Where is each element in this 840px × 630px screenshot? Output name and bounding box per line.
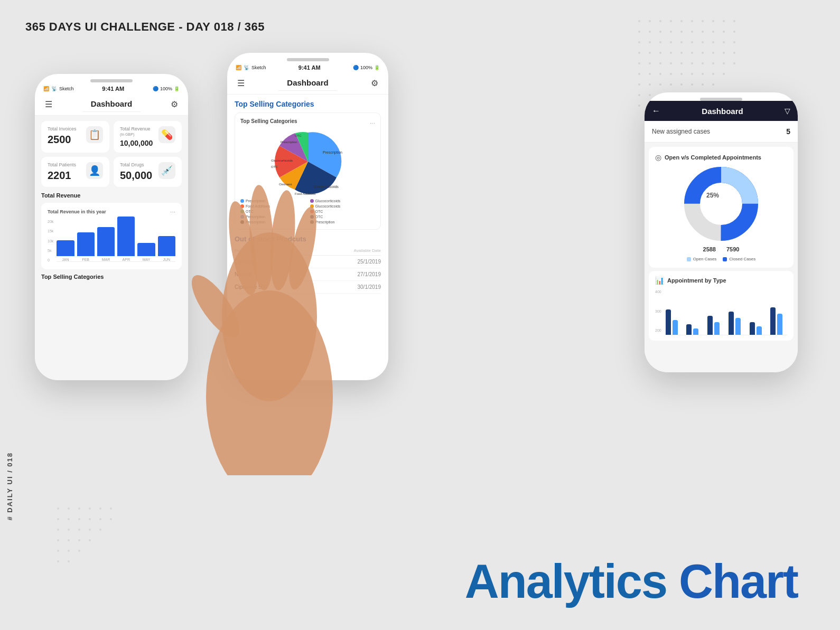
back-arrow-icon[interactable]: ← <box>652 106 660 116</box>
svg-text:Ointment: Ointment <box>279 183 292 186</box>
legend-dot-open <box>687 257 691 261</box>
nav-title-3: Dashboard <box>702 107 743 116</box>
svg-point-2 <box>659 20 661 22</box>
svg-point-78 <box>89 507 91 510</box>
battery-icon-2: 🔋 <box>374 65 380 70</box>
pie-chart-title: Top Selling Categories <box>240 118 297 124</box>
stat-value-drugs: 50,000 <box>120 170 152 182</box>
filter-icon-3[interactable]: ▽ <box>785 107 790 115</box>
phone2-content: Top Selling Categories Top Selling Categ… <box>227 95 388 380</box>
svg-text:OTC: OTC <box>271 165 278 168</box>
chart-word: Chart <box>667 555 798 608</box>
svg-point-60 <box>649 83 651 86</box>
appt-card-icon: ◎ <box>655 153 661 162</box>
appt-group-3 <box>707 316 724 335</box>
svg-point-4 <box>680 20 683 22</box>
svg-point-43 <box>670 62 672 64</box>
stat-label-drugs: Total Drugs <box>120 162 152 167</box>
filter-icon-1[interactable]: ⚙ <box>169 99 180 109</box>
menu-icon-2[interactable]: ☰ <box>236 78 246 88</box>
svg-point-1 <box>649 20 651 22</box>
stat-card-invoices: Total Invoices 2500 📋 <box>41 121 109 153</box>
oos-product-1: Ciprocin <box>235 259 254 265</box>
bar-mar <box>97 227 115 256</box>
phone3-header: ← Dashboard ▽ <box>645 101 798 121</box>
battery-2: 100% <box>360 65 372 70</box>
appt-card-title: Open v/s Completed Appointments <box>665 154 761 161</box>
appt-group-5 <box>750 322 767 335</box>
appt-bar-dark-3 <box>707 316 713 335</box>
svg-point-0 <box>638 20 640 22</box>
svg-point-87 <box>57 529 59 531</box>
legend-prescription-2: Prescription <box>240 215 306 219</box>
oos-col-date: Available Date <box>354 248 381 253</box>
svg-point-18 <box>723 31 725 33</box>
svg-point-37 <box>712 52 714 54</box>
svg-point-97 <box>68 550 70 552</box>
donut-chart-svg: 25% 75% <box>679 167 763 241</box>
svg-text:Prescription: Prescription <box>323 151 342 155</box>
svg-point-83 <box>78 518 80 520</box>
appt-bar-dark-4 <box>729 312 734 335</box>
chart-title-revenue: Total Revenue in this year <box>48 209 106 214</box>
pie-chart-svg: Prescription OTC Prescription Glucocorti… <box>266 127 350 196</box>
svg-point-44 <box>680 62 683 64</box>
appt-bars-container <box>666 293 787 335</box>
oos-product-2: Nicippe <box>235 271 252 277</box>
svg-point-40 <box>638 62 640 64</box>
nav-bar-1: ☰ Dashboard ⚙ <box>35 93 188 116</box>
svg-point-80 <box>110 507 112 510</box>
svg-point-11 <box>649 31 651 33</box>
svg-point-16 <box>702 31 704 33</box>
svg-point-14 <box>680 31 683 33</box>
y-axis-labels: 20k 15k 10k 5k 0 <box>48 220 53 262</box>
stat-icon-invoices: 📋 <box>86 126 103 143</box>
svg-point-82 <box>68 518 70 520</box>
y-label-200: 200 <box>655 328 661 332</box>
svg-point-36 <box>702 52 704 54</box>
svg-point-50 <box>638 73 640 75</box>
bars-container: JANFEBMARAPRMAYJUN <box>57 220 175 262</box>
section-total-revenue: Total Revenue <box>41 192 182 199</box>
daily-ui-tag: # DAILY UI / 018 <box>6 452 14 521</box>
svg-point-39 <box>733 52 735 54</box>
legend-label-food: Food Additives <box>246 204 270 208</box>
stat-label-revenue: Total Revenue(In GBP) <box>120 126 153 137</box>
svg-point-98 <box>78 550 80 552</box>
svg-point-8 <box>723 20 725 22</box>
carrier-label-1: Sketch <box>59 86 74 91</box>
svg-point-61 <box>659 83 661 86</box>
nav-bar-2: ☰ Dashboard ⚙ <box>227 72 388 95</box>
svg-point-13 <box>670 31 672 33</box>
oos-row-1: Ciprocin 25/1/2019 <box>235 256 381 268</box>
svg-point-15 <box>691 31 693 33</box>
filter-icon-2[interactable]: ⚙ <box>369 78 380 88</box>
battery-icon-1: 🔋 <box>174 86 180 91</box>
svg-point-59 <box>638 83 640 86</box>
pie-chart-dots: ··· <box>370 119 375 127</box>
svg-point-100 <box>68 560 70 562</box>
svg-point-10 <box>638 31 640 33</box>
assigned-cases-label: New assigned cases <box>652 128 710 135</box>
legend-dot-gluco1 <box>310 199 314 203</box>
legend-label-otc2: OTC <box>315 210 323 213</box>
top-selling-label: Top Selling Categories <box>41 274 182 280</box>
donut-chart-container: 25% 75% <box>655 167 787 241</box>
appt-bar-dark-5 <box>750 322 755 335</box>
stats-grid-1: Total Invoices 2500 📋 Total Revenue(In G… <box>41 121 182 187</box>
svg-point-95 <box>89 539 91 541</box>
appt-type-title-row: 📊 Appointment by Type <box>655 276 787 285</box>
legend-label-otc3: OTC <box>315 215 323 219</box>
bar-label-jun: JUN <box>163 258 171 261</box>
menu-icon-1[interactable]: ☰ <box>43 99 54 109</box>
legend-dot-pres3 <box>240 220 244 224</box>
svg-text:OTC: OTC <box>295 134 302 137</box>
appt-bar-dark-6 <box>770 307 776 335</box>
legend-dot-pres4 <box>310 220 314 224</box>
carrier-icon-2: 📶 <box>236 65 241 70</box>
svg-point-89 <box>78 529 80 531</box>
svg-point-55 <box>691 73 693 75</box>
bar-item-jan: JAN <box>57 240 74 261</box>
legend-otc-2: OTC <box>310 210 376 213</box>
svg-point-45 <box>691 62 693 64</box>
